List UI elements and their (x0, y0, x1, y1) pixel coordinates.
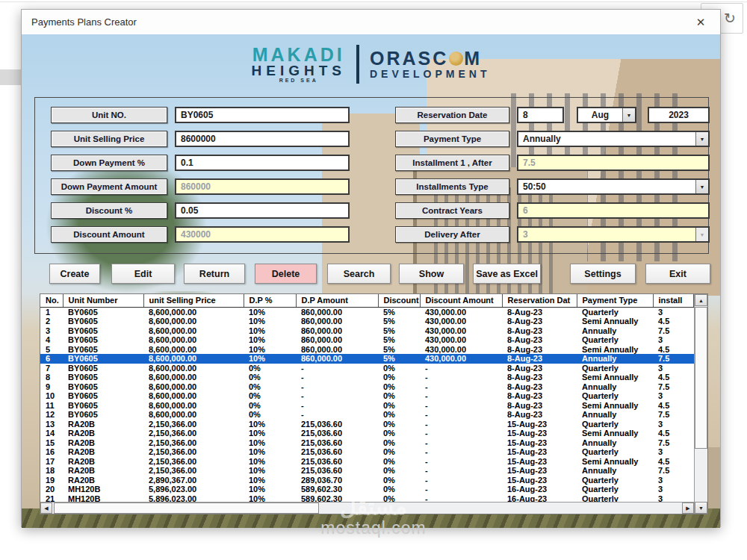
table-cell: 10% (244, 457, 296, 467)
reservation-day-input[interactable] (517, 107, 564, 123)
table-cell: 10% (244, 345, 296, 355)
table-cell: 5% (378, 354, 420, 364)
table-row[interactable]: 15RA20B2,150,366.0010%215,036.600%-15-Au… (40, 438, 694, 448)
table-cell: BY0605 (63, 364, 143, 373)
horizontal-scroll-thumb[interactable] (54, 503, 319, 514)
discount-pct-input[interactable] (175, 202, 350, 219)
table-cell: - (420, 382, 502, 392)
column-header[interactable]: Payment Type (577, 294, 653, 307)
table-row[interactable]: 16RA20B2,150,366.0010%215,036.600%-15-Au… (40, 447, 694, 457)
table-row[interactable]: 1BY06058,600,000.0010%860,000.005%430,00… (40, 307, 694, 317)
table-row[interactable]: 14RA20B2,150,366.0010%215,036.600%-15-Au… (40, 429, 694, 438)
dialog-title: Payments Plans Creator (31, 16, 137, 28)
table-row[interactable]: 8BY06058,600,000.000%-0%-8-Aug-23Semi An… (40, 373, 694, 382)
table-row[interactable]: 3BY06058,600,000.0010%860,000.005%430,00… (40, 326, 694, 336)
table-cell: 8,600,000.00 (143, 317, 244, 326)
table-cell: 10% (244, 476, 296, 485)
table-cell: 2 (40, 317, 63, 326)
column-header[interactable]: Discount % (378, 294, 420, 307)
table-cell: - (296, 391, 378, 401)
delivery-after-value: 3 (518, 229, 695, 240)
table-cell: 3 (653, 494, 694, 503)
table-cell: 3 (653, 485, 694, 494)
table-cell: 8,600,000.00 (143, 354, 244, 364)
horizontal-scrollbar[interactable]: ◀ ▶ (40, 502, 694, 514)
table-row[interactable]: 9BY06058,600,000.000%-0%-8-Aug-23Annuall… (40, 382, 694, 392)
create-button[interactable]: Create (49, 264, 100, 284)
table-row[interactable]: 11BY06058,600,000.000%-0%-8-Aug-23Semi A… (40, 401, 694, 411)
installments-type-combobox[interactable]: 50:50 ▼ (517, 178, 710, 195)
vertical-scroll-thumb[interactable] (695, 307, 707, 449)
table-cell: 15-Aug-23 (502, 476, 577, 485)
column-header[interactable]: Reservation Dat (502, 294, 577, 307)
column-header[interactable]: D.P Amount (296, 294, 378, 307)
close-button[interactable]: ✕ (691, 13, 710, 31)
table-row[interactable]: 21MH120B5,896,023.0010%589,602.300%-16-A… (40, 494, 694, 503)
unit-no-input[interactable] (175, 107, 350, 123)
delivery-after-label: Delivery After (395, 226, 509, 243)
table-row[interactable]: 6BY06058,600,000.0010%860,000.005%430,00… (40, 354, 694, 364)
down-payment-pct-input[interactable] (175, 155, 350, 171)
column-header[interactable]: Unit Number (63, 294, 143, 307)
chevron-down-icon[interactable]: ▼ (695, 180, 708, 193)
table-row[interactable]: 4BY06058,600,000.0010%860,000.005%430,00… (40, 335, 694, 345)
edit-button[interactable]: Edit (111, 264, 175, 284)
table-cell: 10% (244, 307, 296, 317)
scroll-down-icon[interactable]: ▼ (695, 502, 707, 514)
column-header[interactable]: unit Selling Price (143, 294, 244, 307)
table-row[interactable]: 17RA20B2,150,366.0010%215,036.600%-15-Au… (40, 457, 694, 467)
table-cell: 5 (40, 345, 63, 355)
unit-no-label: Unit NO. (51, 107, 167, 123)
table-cell: 10% (244, 438, 296, 448)
save-as-excel-button[interactable]: Save as Excel (473, 264, 541, 284)
show-button[interactable]: Show (399, 264, 464, 284)
table-row[interactable]: 18RA20B2,150,366.0010%215,036.600%-15-Au… (40, 466, 694, 476)
table-cell: 8-Aug-23 (502, 345, 577, 355)
table-cell: 8-Aug-23 (502, 401, 577, 411)
table-cell: 4.5 (653, 373, 694, 382)
table-row[interactable]: 13RA20B2,150,366.0010%215,036.600%-15-Au… (40, 420, 694, 429)
table-row[interactable]: 7BY06058,600,000.000%-0%-8-Aug-23Quarter… (40, 364, 694, 373)
table-cell: 10% (244, 317, 296, 326)
chevron-down-icon[interactable]: ▼ (622, 108, 635, 122)
payments-plans-creator-dialog: Payments Plans Creator ✕ MAKADI HEIGHTS … (21, 9, 721, 527)
table-cell: 8-Aug-23 (502, 373, 577, 382)
scroll-left-icon[interactable]: ◀ (40, 503, 52, 514)
table-cell: 3 (653, 476, 694, 485)
table-cell: 2,150,366.00 (143, 447, 244, 457)
reservation-month-combobox[interactable]: Aug ▼ (577, 107, 636, 123)
table-row[interactable]: 5BY06058,600,000.0010%860,000.005%430,00… (40, 345, 694, 355)
dialog-titlebar: Payments Plans Creator ✕ (22, 10, 720, 34)
table-cell: - (420, 401, 502, 411)
table-cell: - (420, 466, 502, 476)
return-button[interactable]: Return (184, 264, 245, 284)
table-row[interactable]: 2BY06058,600,000.0010%860,000.005%430,00… (40, 317, 694, 326)
installments-type-value: 50:50 (518, 181, 695, 192)
table-cell: - (420, 438, 502, 448)
column-header[interactable]: Discount Amount (420, 294, 502, 307)
table-row[interactable]: 12BY06058,600,000.000%-0%-8-Aug-23Annual… (40, 410, 694, 420)
table-row[interactable]: 20MH120B5,896,023.0010%589,602.300%-16-A… (40, 485, 694, 494)
scroll-up-icon[interactable]: ▲ (695, 294, 707, 306)
delete-button[interactable]: Delete (255, 264, 317, 284)
table-row[interactable]: 19RA20B2,890,367.0010%289,036.700%-15-Au… (40, 476, 694, 485)
table-cell: 17 (40, 457, 63, 467)
reservation-year-input[interactable] (648, 107, 710, 123)
exit-button[interactable]: Exit (645, 264, 710, 284)
payment-type-combobox[interactable]: Annually ▼ (517, 131, 710, 147)
unit-selling-price-label: Unit Selling Price (51, 131, 167, 147)
table-row[interactable]: 10BY06058,600,000.000%-0%-8-Aug-23Quarte… (40, 391, 694, 401)
table-cell: 430,000.00 (420, 345, 502, 355)
scroll-right-icon[interactable]: ▶ (682, 503, 694, 514)
unit-selling-price-input[interactable] (175, 131, 350, 147)
search-button[interactable]: Search (327, 264, 391, 284)
column-header[interactable]: No. (40, 294, 63, 307)
settings-button[interactable]: Settings (570, 264, 636, 284)
column-header[interactable]: D.P % (244, 294, 296, 307)
vertical-scrollbar[interactable]: ▲ ▼ (694, 294, 707, 514)
column-header[interactable]: install (653, 294, 694, 307)
chevron-down-icon[interactable]: ▼ (695, 132, 708, 146)
table-cell: 15-Aug-23 (502, 466, 577, 476)
table-cell: 15-Aug-23 (502, 447, 577, 457)
table-cell: 8,600,000.00 (143, 307, 244, 317)
